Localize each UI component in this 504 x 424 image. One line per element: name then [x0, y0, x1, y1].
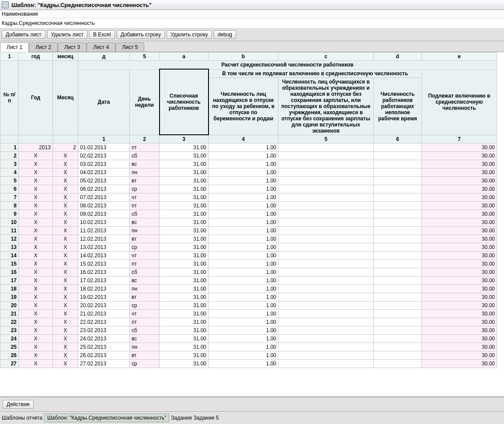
cell[interactable]: 1.00: [209, 218, 278, 227]
cell[interactable]: [278, 293, 374, 301]
cell[interactable]: ср: [130, 243, 160, 252]
sheet-tab-3[interactable]: Лист 3: [58, 42, 87, 52]
cell[interactable]: X: [19, 285, 53, 293]
cell[interactable]: пн: [130, 227, 160, 235]
cell[interactable]: 30.00: [422, 185, 497, 193]
cell[interactable]: [278, 360, 374, 368]
table-row[interactable]: 16XX16.02.2013сб31.001.0030.00: [0, 268, 497, 277]
sheet-tab-1[interactable]: Лист 1: [0, 42, 29, 52]
cell[interactable]: X: [53, 277, 78, 285]
cell[interactable]: 30.00: [422, 326, 497, 335]
cell[interactable]: [278, 218, 374, 227]
cell[interactable]: 25.02.2013: [78, 343, 130, 351]
cell[interactable]: 31.00: [160, 326, 209, 335]
col-letter[interactable]: месяц: [53, 53, 78, 61]
cell[interactable]: [278, 301, 374, 310]
table-row[interactable]: 20XX20.02.2013ср31.001.0030.00: [0, 301, 497, 310]
cell[interactable]: чт: [130, 310, 160, 318]
table-row[interactable]: 24XX24.02.2013вс31.001.0030.00: [0, 335, 497, 343]
cell[interactable]: [278, 310, 374, 318]
cell[interactable]: [374, 168, 422, 177]
cell[interactable]: [374, 360, 422, 368]
cell[interactable]: X: [19, 210, 53, 218]
cell[interactable]: вс: [130, 218, 160, 227]
cell[interactable]: 1.00: [209, 235, 278, 243]
cell[interactable]: 30.00: [422, 343, 497, 351]
cell[interactable]: 30.00: [422, 210, 497, 218]
cell[interactable]: 31.00: [160, 218, 209, 227]
cell[interactable]: X: [19, 193, 53, 202]
cell[interactable]: 1.00: [209, 301, 278, 310]
cell[interactable]: 1.00: [209, 260, 278, 268]
sheet-tab-5[interactable]: Лист 5: [115, 42, 144, 52]
cell[interactable]: [374, 185, 422, 193]
cell[interactable]: 31.00: [160, 310, 209, 318]
cell[interactable]: [374, 293, 422, 301]
cell[interactable]: 22: [0, 318, 19, 326]
table-row[interactable]: 25XX25.02.2013пн31.001.0030.00: [0, 343, 497, 351]
cell[interactable]: 17: [0, 277, 19, 285]
sheet-tab-2[interactable]: Лист 2: [29, 42, 58, 52]
table-row[interactable]: 14XX14.02.2013чт31.001.0030.00: [0, 252, 497, 260]
cell[interactable]: X: [19, 235, 53, 243]
cell[interactable]: 30.00: [422, 168, 497, 177]
cell[interactable]: 30.00: [422, 235, 497, 243]
cell[interactable]: X: [19, 168, 53, 177]
cell[interactable]: 31.00: [160, 202, 209, 210]
cell[interactable]: 1.00: [209, 318, 278, 326]
cell[interactable]: 11: [0, 227, 19, 235]
cell[interactable]: 31.00: [160, 144, 209, 152]
cell[interactable]: вт: [130, 235, 160, 243]
cell[interactable]: [374, 243, 422, 252]
cell[interactable]: 01.02.2013: [78, 144, 130, 152]
cell[interactable]: [278, 268, 374, 277]
col-letter[interactable]: год: [19, 53, 53, 61]
table-row[interactable]: 12XX12.02.2013вт31.001.0030.00: [0, 235, 497, 243]
cell[interactable]: 1.00: [209, 277, 278, 285]
cell[interactable]: 30.00: [422, 218, 497, 227]
cell[interactable]: [278, 260, 374, 268]
cell[interactable]: 15: [0, 260, 19, 268]
table-row[interactable]: 15XX15.02.2013пт31.001.0030.00: [0, 260, 497, 268]
table-row[interactable]: 22XX22.02.2013пт31.001.0030.00: [0, 318, 497, 326]
cell[interactable]: [278, 152, 374, 160]
cell[interactable]: 17.02.2013: [78, 277, 130, 285]
cell[interactable]: 30.00: [422, 335, 497, 343]
cell[interactable]: [278, 168, 374, 177]
cell[interactable]: 25: [0, 343, 19, 351]
cell[interactable]: 1.00: [209, 360, 278, 368]
cell[interactable]: X: [19, 243, 53, 252]
cell[interactable]: чт: [130, 193, 160, 202]
cell[interactable]: вт: [130, 293, 160, 301]
cell[interactable]: X: [53, 351, 78, 360]
cell[interactable]: [374, 260, 422, 268]
cell[interactable]: X: [53, 177, 78, 185]
cell[interactable]: 30.00: [422, 202, 497, 210]
cell[interactable]: ср: [130, 301, 160, 310]
status-tasks[interactable]: Задания: [171, 415, 191, 421]
cell[interactable]: 13: [0, 243, 19, 252]
cell[interactable]: чт: [130, 252, 160, 260]
cell[interactable]: 08.02.2013: [78, 202, 130, 210]
cell[interactable]: 31.00: [160, 360, 209, 368]
delete-row-button[interactable]: Удалить строку: [167, 30, 212, 39]
table-row[interactable]: 23XX23.02.2013сб31.001.0030.00: [0, 326, 497, 335]
cell[interactable]: X: [53, 227, 78, 235]
cell[interactable]: 21.02.2013: [78, 310, 130, 318]
cell[interactable]: 30.00: [422, 310, 497, 318]
cell[interactable]: X: [53, 310, 78, 318]
cell[interactable]: 30.00: [422, 177, 497, 185]
cell[interactable]: пн: [130, 285, 160, 293]
cell[interactable]: 31.00: [160, 177, 209, 185]
cell[interactable]: 04.02.2013: [78, 168, 130, 177]
cell[interactable]: 12.02.2013: [78, 235, 130, 243]
cell[interactable]: 1.00: [209, 243, 278, 252]
actions-button[interactable]: Действия: [3, 400, 34, 409]
cell[interactable]: 1.00: [209, 177, 278, 185]
cell[interactable]: X: [53, 160, 78, 168]
cell[interactable]: пн: [130, 343, 160, 351]
cell[interactable]: [278, 318, 374, 326]
cell[interactable]: 23.02.2013: [78, 326, 130, 335]
cell[interactable]: X: [19, 351, 53, 360]
cell[interactable]: 14: [0, 252, 19, 260]
